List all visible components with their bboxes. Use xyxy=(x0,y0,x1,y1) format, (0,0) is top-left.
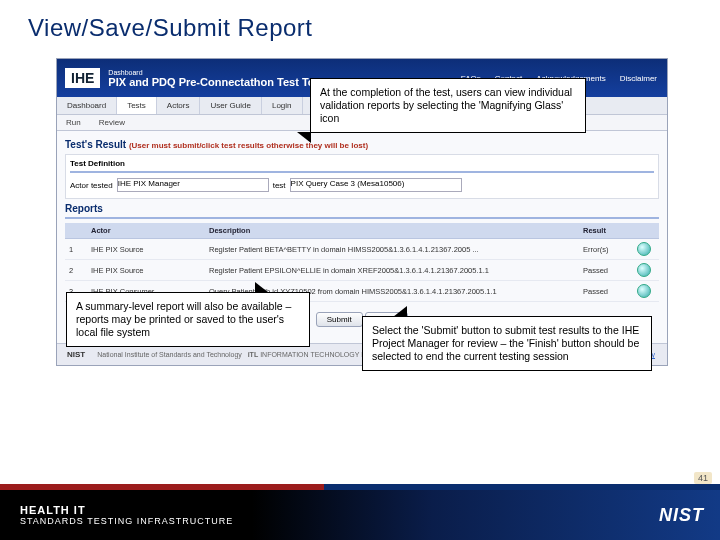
case-label: test xyxy=(273,181,286,190)
dashboard-label: Dashboard xyxy=(108,69,324,76)
slide: View/Save/Submit Report IHE Dashboard PI… xyxy=(0,0,720,540)
table-row: 1 IHE PIX Source Register Patient BETA^B… xyxy=(65,239,659,260)
subtab-review[interactable]: Review xyxy=(90,115,134,130)
reports-table: Actor Description Result 1 IHE PIX Sourc… xyxy=(65,223,659,302)
divider xyxy=(70,171,654,173)
submit-button[interactable]: Submit xyxy=(316,312,363,327)
magnifying-glass-icon[interactable] xyxy=(637,263,651,277)
health-it-label: HEALTH IT STANDARDS TESTING INFRASTRUCTU… xyxy=(20,504,233,527)
nist-logo: NIST xyxy=(659,505,704,526)
itl-label: iTL xyxy=(248,351,259,358)
results-warning: (User must submit/click test results oth… xyxy=(129,141,368,150)
col-result: Result xyxy=(579,223,633,239)
table-row: 2 IHE PIX Source Register Patient EPSILO… xyxy=(65,260,659,281)
callout-magnifying-glass: At the completion of the test, users can… xyxy=(310,78,586,133)
col-actor: Actor xyxy=(87,223,205,239)
link-disclaimer[interactable]: Disclaimer xyxy=(620,74,657,83)
page-number: 41 xyxy=(694,472,712,484)
def-label: Test Definition xyxy=(70,159,125,168)
tab-userguide[interactable]: User Guide xyxy=(200,97,261,114)
table-header-row: Actor Description Result xyxy=(65,223,659,239)
callout-submit-finish: Select the 'Submit' button to submit tes… xyxy=(362,316,652,371)
slide-title: View/Save/Submit Report xyxy=(0,0,720,48)
slide-footer: HEALTH IT STANDARDS TESTING INFRASTRUCTU… xyxy=(0,490,720,540)
tab-dashboard[interactable]: Dashboard xyxy=(57,97,117,114)
magnifying-glass-icon[interactable] xyxy=(637,284,651,298)
magnifying-glass-icon[interactable] xyxy=(637,242,651,256)
actor-label: Actor tested xyxy=(70,181,113,190)
results-title: Test's Result (User must submit/click te… xyxy=(65,139,659,150)
tab-tests[interactable]: Tests xyxy=(117,97,157,114)
definition-panel: Test Definition Actor tested IHE PIX Man… xyxy=(65,154,659,199)
reports-title: Reports xyxy=(65,203,659,214)
subtab-run[interactable]: Run xyxy=(57,115,90,130)
divider xyxy=(65,217,659,219)
tab-login[interactable]: Login xyxy=(262,97,303,114)
callout-summary-report: A summary-level report will also be avai… xyxy=(66,292,310,347)
nist-label: NIST xyxy=(67,350,85,359)
col-description: Description xyxy=(205,223,579,239)
tab-actors[interactable]: Actors xyxy=(157,97,201,114)
app-title: PIX and PDQ Pre-Connectathon Test Tool xyxy=(108,76,324,88)
case-value: PIX Query Case 3 (Mesa10506) xyxy=(290,178,462,192)
actor-value: IHE PIX Manager xyxy=(117,178,269,192)
ihe-logo: IHE xyxy=(65,68,100,88)
